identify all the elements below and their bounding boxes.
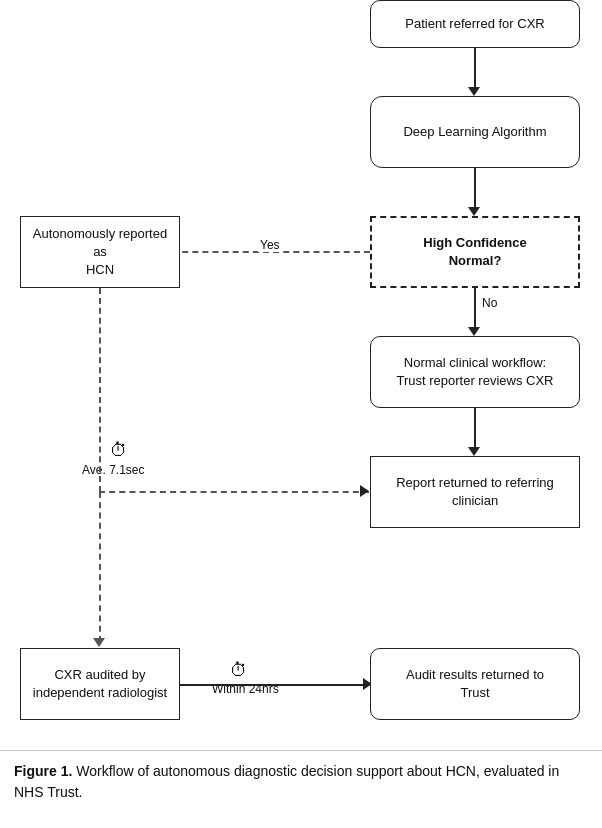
high-confidence-label: High Confidence Normal? xyxy=(423,234,526,270)
hcn-label: Autonomously reported as HCN xyxy=(31,225,169,280)
arrowhead-to-cxr xyxy=(93,638,105,647)
arrowhead-to-hc xyxy=(468,207,480,216)
deep-learning-label: Deep Learning Algorithm xyxy=(403,123,546,141)
clock-icon-2: ⏱ xyxy=(230,660,248,681)
arrow-patient-to-dl xyxy=(474,48,476,90)
figure-label: Figure 1. xyxy=(14,763,72,779)
report-returned-label: Report returned to referring clinician xyxy=(396,474,554,510)
arrowhead-to-nw xyxy=(468,327,480,336)
caption-text: Workflow of autonomous diagnostic decisi… xyxy=(14,763,559,800)
figure-caption: Figure 1. Workflow of autonomous diagnos… xyxy=(0,750,602,817)
arrowhead-to-dl xyxy=(468,87,480,96)
cxr-audited-box: CXR audited by independent radiologist xyxy=(20,648,180,720)
high-confidence-box: High Confidence Normal? xyxy=(370,216,580,288)
patient-box: Patient referred for CXR xyxy=(370,0,580,48)
normal-workflow-box: Normal clinical workflow: Trust reporter… xyxy=(370,336,580,408)
yes-label: Yes xyxy=(258,238,282,252)
audit-results-label: Audit results returned to Trust xyxy=(406,666,544,702)
deep-learning-box: Deep Learning Algorithm xyxy=(370,96,580,168)
arrow-cxr-to-audit xyxy=(180,684,368,686)
normal-workflow-label: Normal clinical workflow: Trust reporter… xyxy=(397,354,554,390)
arrow-dl-to-hc xyxy=(474,168,476,210)
ave-time-label: Ave. 7.1sec xyxy=(80,463,146,477)
arrow-hc-to-nw xyxy=(474,288,476,330)
dashed-horiz-to-report xyxy=(99,491,369,493)
dashed-down-to-cxr xyxy=(99,492,101,642)
cxr-audited-label: CXR audited by independent radiologist xyxy=(33,666,167,702)
dashed-hcn-down xyxy=(99,288,101,492)
workflow-diagram: Patient referred for CXR Deep Learning A… xyxy=(0,0,602,750)
patient-label: Patient referred for CXR xyxy=(405,15,544,33)
no-label: No xyxy=(480,296,499,310)
clock-icon-1: ⏱ xyxy=(110,440,128,461)
arrowhead-to-rr xyxy=(468,447,480,456)
audit-results-box: Audit results returned to Trust xyxy=(370,648,580,720)
report-returned-box: Report returned to referring clinician xyxy=(370,456,580,528)
arrow-nw-to-rr xyxy=(474,408,476,450)
hcn-box: Autonomously reported as HCN xyxy=(20,216,180,288)
arrowhead-to-report-dashed xyxy=(360,485,369,497)
